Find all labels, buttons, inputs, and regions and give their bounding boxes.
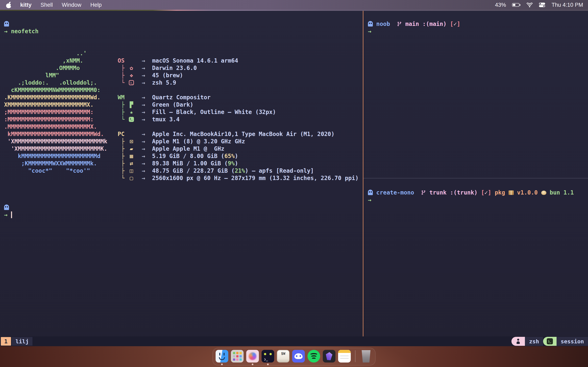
terminal-line — [368, 13, 588, 20]
text-segment: → — [142, 94, 145, 101]
kitty-icon: ❯_ — [261, 350, 274, 363]
text-segment — [514, 189, 517, 196]
terminal-line: ;MMMMMMMMMMMMMMMMMMMMMMMM: ├ ★ → Fill – … — [4, 108, 363, 116]
shortcut-key-icon: $W — [277, 350, 290, 363]
neofetch-ascii-art: cKMMMMMMMMMMNWMMMMMMMMMM0: — [4, 86, 118, 94]
text-segment: 5.19 GiB / 8.00 GiB ( — [152, 153, 224, 159]
text-segment: ├ — [118, 65, 128, 71]
neofetch-ascii-art: :MMMMMMMMMMMMMMMMMMMMMMMM: — [4, 116, 118, 123]
terminal-line: noob main :(main) [✓] — [368, 20, 588, 28]
tmux-segment-label[interactable]: session — [557, 337, 588, 346]
terminal-icon: ❯_ — [547, 338, 553, 344]
text-segment: Apple Apple M1 @ GHz — [152, 145, 224, 152]
neofetch-ascii-art: .OMMMMo — [4, 64, 118, 72]
menu-item-shell[interactable]: Shell — [41, 2, 53, 8]
neofetch-ascii-art: 'XMMMMMMMMMMMMMMMMMMMMMMMMMMk — [4, 138, 118, 145]
memory-icon: ▦ — [128, 152, 135, 160]
text-segment — [505, 189, 509, 196]
text-segment: ] — [488, 189, 491, 196]
text-segment: neofetch — [11, 28, 39, 35]
text-segment: :(main) — [423, 21, 447, 27]
text-segment: 9% — [228, 160, 235, 167]
text-segment: create-mono — [376, 189, 414, 196]
text-segment: → — [142, 101, 145, 108]
text-segment — [135, 116, 142, 123]
text-segment — [135, 72, 142, 79]
text-segment — [135, 167, 142, 174]
neofetch-ascii-art: ..' — [4, 50, 118, 57]
arc-icon — [246, 350, 259, 363]
tmux-status-left: 1 lilj — [0, 336, 33, 346]
neofetch-ascii-art: XMMMMMMMMMMMMMMMMMMMMMMMX. — [4, 101, 118, 108]
text-segment — [135, 175, 142, 182]
finder-icon — [216, 350, 228, 363]
terminal-pane-neofetch[interactable]: → neofetch ..' ,xNMM.OS → macOS Sonoma 1… — [0, 11, 363, 336]
dock-item-arc[interactable] — [246, 350, 259, 365]
terminal-line — [4, 13, 363, 20]
dock-item-spotify[interactable] — [307, 350, 320, 365]
terminal-line — [368, 182, 588, 189]
neofetch-ascii-art: 'XMMMMMMMMMMMMMMMMMMMMMMMMK. — [4, 145, 118, 152]
dock-item-notes[interactable] — [338, 350, 351, 365]
text-segment: OS — [118, 57, 142, 64]
text-segment — [477, 189, 481, 196]
tmux-status-right: zsh❯_session — [511, 336, 588, 346]
text-segment: ├ — [118, 145, 128, 152]
text-segment: [ — [481, 189, 484, 196]
dock-divider — [355, 350, 355, 362]
swap-icon: ⇄ — [128, 160, 135, 167]
neofetch-ascii-art: "cooc*" "*coo'" — [4, 167, 118, 175]
battery-percent-label: 43% — [495, 2, 506, 8]
packages-icon: ❖ — [128, 72, 135, 79]
text-segment — [145, 57, 152, 64]
text-segment: ] — [457, 21, 460, 27]
text-segment: tmux 3.4 — [152, 116, 180, 123]
wifi-icon[interactable] — [527, 3, 533, 7]
text-segment — [145, 101, 152, 108]
text-segment: main — [405, 21, 419, 27]
terminal-line — [4, 20, 363, 28]
menu-app-name[interactable]: kitty — [20, 2, 32, 8]
text-segment: ├ — [118, 101, 128, 108]
tmux-segment-label[interactable]: zsh — [525, 337, 543, 346]
apple-menu-icon[interactable] — [6, 2, 11, 8]
dock-item-discord[interactable] — [292, 350, 305, 365]
text-segment: :(trunk) — [450, 189, 477, 196]
package-box-icon — [509, 191, 514, 195]
dock-item-kitty[interactable]: ❯_ — [261, 350, 274, 365]
menu-clock[interactable]: Thu 4:10 PM — [552, 2, 583, 8]
menu-item-help[interactable]: Help — [90, 2, 102, 8]
terminal-line — [4, 35, 363, 42]
terminal-pane-create-mono[interactable]: create-mono trunk :(trunk) [✓] pkg v1.0.… — [363, 178, 588, 336]
control-center-icon[interactable] — [539, 2, 545, 7]
text-segment: → — [142, 145, 145, 152]
text-segment — [135, 65, 142, 71]
tmux-window-index[interactable]: 1 — [1, 337, 11, 346]
text-segment — [145, 79, 152, 86]
terminal-line — [4, 189, 363, 197]
menu-item-window[interactable]: Window — [62, 2, 81, 8]
text-segment: ├ — [118, 72, 128, 79]
dock-item-obsidian[interactable] — [323, 350, 336, 365]
text-segment: → — [142, 57, 145, 64]
trash-icon — [361, 350, 372, 363]
text-segment — [135, 138, 142, 145]
dock-item-launchpad[interactable] — [231, 350, 243, 365]
neofetch-ascii-art: ;KMMMMMMMWXXWMMMMMMMk. — [4, 160, 118, 167]
menu-bar: kitty Shell Window Help 43% — [0, 0, 588, 10]
text-segment — [145, 138, 152, 145]
bun-icon — [541, 191, 546, 195]
text-segment: ├ — [118, 138, 128, 145]
text-segment — [447, 189, 450, 196]
dock-item-shortcut-key[interactable]: $W — [277, 350, 290, 365]
tmux-window-name[interactable]: lilj — [12, 337, 33, 346]
terminal-pane-noob[interactable]: noob main :(main) [✓]→ — [363, 11, 588, 178]
terminal-line — [4, 182, 363, 189]
text-segment: → — [142, 72, 145, 79]
dock-item-trash[interactable] — [360, 350, 372, 365]
battery-icon[interactable] — [512, 3, 520, 7]
kitty-terminal-window: → neofetch ..' ,xNMM.OS → macOS Sonoma 1… — [0, 11, 588, 346]
terminal-line — [4, 42, 363, 50]
text-segment: WM — [118, 94, 142, 101]
dock-item-finder[interactable] — [216, 350, 228, 365]
